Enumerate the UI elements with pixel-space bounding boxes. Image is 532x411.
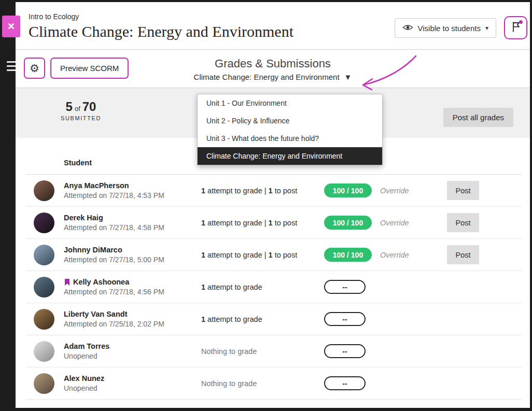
table-row: Adam TorresUnopenedNothing to grade-- <box>26 335 522 367</box>
grade-cell: 100 / 100Override <box>324 183 447 197</box>
status-cell: Nothing to grade <box>201 379 324 388</box>
student-info: Derek HaigAttempted on 7/27/18, 4:58 PM <box>64 214 164 232</box>
student-cell: Kelly AshooneaAttempted on 7/27/18, 4:56… <box>34 277 201 297</box>
grade-pill-empty[interactable]: -- <box>324 344 366 358</box>
grade-pill[interactable]: 100 / 100 <box>324 248 372 262</box>
student-name: Derek Haig <box>64 214 164 222</box>
grade-cell: 100 / 100Override <box>324 216 447 230</box>
grades-rows: Anya MacPhersonAttempted on 7/27/18, 4:5… <box>16 175 530 400</box>
student-name: Liberty Van Sandt <box>64 310 164 318</box>
grade-cell: -- <box>324 280 447 294</box>
column-header-student: Student <box>64 159 201 167</box>
status-cell: Nothing to grade <box>201 347 324 356</box>
student-info: Adam TorresUnopened <box>64 342 109 360</box>
student-info: Liberty Van SandtAttempted on 7/25/18, 2… <box>64 310 164 328</box>
menu-item[interactable]: Climate Change: Energy and Environment <box>198 147 382 165</box>
status-cell: 1 attempt to grade | 1 to post <box>201 187 324 195</box>
grade-cell: -- <box>324 312 447 326</box>
post-button[interactable]: Post <box>447 213 479 232</box>
grades-table: Student Status Grade Anya MacPhersonAtte… <box>16 138 530 408</box>
eye-icon <box>402 24 413 33</box>
override-label: Override <box>380 219 409 227</box>
student-name: Kelly Ashoonea <box>64 278 164 286</box>
avatar <box>34 277 54 297</box>
breadcrumb[interactable]: Intro to Ecology <box>29 12 79 21</box>
grade-cell: -- <box>324 376 447 390</box>
total-count: 70 <box>82 100 96 114</box>
grade-cell: 100 / 100Override <box>324 248 447 262</box>
avatar <box>34 180 54 201</box>
post-button[interactable]: Post <box>447 245 479 264</box>
grade-pill-empty[interactable]: -- <box>324 280 366 294</box>
student-name: Johnny DiMarco <box>64 246 164 254</box>
menu-item[interactable]: Unit 3 - What does the future hold? <box>198 130 382 147</box>
student-info: Anya MacPhersonAttempted on 7/27/18, 4:5… <box>64 181 164 200</box>
student-name: Alex Nunez <box>64 374 104 382</box>
status-cell: 1 attempt to grade <box>201 315 324 323</box>
student-name: Adam Torres <box>64 342 109 350</box>
submitted-label: SUBMITTED <box>45 115 117 121</box>
student-cell: Anya MacPhersonAttempted on 7/27/18, 4:5… <box>34 180 201 201</box>
table-row: Derek HaigAttempted on 7/27/18, 4:58 PM1… <box>26 207 522 239</box>
grade-pill[interactable]: 100 / 100 <box>324 216 372 230</box>
notification-dot <box>519 20 523 24</box>
avatar <box>34 245 54 265</box>
toolbar-center: Grades & Submissions Climate Change: Ene… <box>16 50 530 82</box>
grade-pill-empty[interactable]: -- <box>324 376 366 390</box>
student-detail: Attempted on 7/27/18, 4:58 PM <box>64 223 164 232</box>
student-cell: Adam TorresUnopened <box>34 341 201 362</box>
student-cell: Derek HaigAttempted on 7/27/18, 4:58 PM <box>34 212 201 233</box>
student-cell: Liberty Van SandtAttempted on 7/25/18, 2… <box>34 309 201 330</box>
student-detail: Unopened <box>64 352 109 360</box>
table-row: Kelly AshooneaAttempted on 7/27/18, 4:56… <box>26 271 522 303</box>
student-cell: Alex NunezUnopened <box>34 373 201 394</box>
of-label: of <box>75 105 80 112</box>
student-detail: Attempted on 7/27/18, 4:53 PM <box>64 191 164 200</box>
student-info: Alex NunezUnopened <box>64 374 104 392</box>
chevron-down-icon: ▾ <box>485 24 488 32</box>
section-heading: Grades & Submissions <box>16 57 530 70</box>
table-row: Alex NunezUnopenedNothing to grade-- <box>26 367 522 400</box>
override-label: Override <box>380 187 409 195</box>
toolbar: ⚙ Preview SCORM Grades & Submissions Cli… <box>16 50 530 88</box>
avatar <box>34 309 54 330</box>
student-detail: Attempted on 7/25/18, 2:02 PM <box>64 320 164 328</box>
override-label: Override <box>380 251 409 259</box>
page-header: Intro to Ecology Climate Change: Energy … <box>16 2 530 50</box>
grade-cell: -- <box>324 344 447 358</box>
student-info: Kelly AshooneaAttempted on 7/27/18, 4:56… <box>64 278 164 296</box>
post-button[interactable]: Post <box>447 181 479 200</box>
chevron-down-icon: ▼ <box>344 73 352 81</box>
grade-pill[interactable]: 100 / 100 <box>324 183 372 197</box>
table-row: Liberty Van SandtAttempted on 7/25/18, 2… <box>26 303 522 335</box>
grade-pill-empty[interactable]: -- <box>324 312 366 326</box>
menu-item[interactable]: Unit 1 - Our Environment <box>198 94 382 112</box>
student-detail: Unopened <box>64 384 104 392</box>
content-picker[interactable]: Climate Change: Energy and Environment ▼ <box>191 72 355 82</box>
post-cell: Post <box>447 213 509 232</box>
main-panel: Intro to Ecology Climate Change: Energy … <box>16 2 530 408</box>
flag-icon <box>64 278 71 286</box>
student-name: Anya MacPherson <box>64 181 164 190</box>
visibility-dropdown[interactable]: Visible to students ▾ <box>395 18 497 38</box>
avatar <box>34 341 54 362</box>
avatar <box>34 212 54 233</box>
student-detail: Attempted on 7/27/18, 5:00 PM <box>64 256 164 264</box>
student-progress-button[interactable] <box>504 16 527 39</box>
content-picker-label: Climate Change: Energy and Environment <box>194 73 340 81</box>
avatar <box>34 373 54 394</box>
page-title: Climate Change: Energy and Environment <box>29 23 293 40</box>
status-cell: 1 attempt to grade <box>201 283 324 291</box>
post-all-grades-button[interactable]: Post all grades <box>443 108 513 127</box>
visibility-label: Visible to students <box>418 24 481 33</box>
student-info: Johnny DiMarcoAttempted on 7/27/18, 5:00… <box>64 246 164 264</box>
table-row: Anya MacPhersonAttempted on 7/27/18, 4:5… <box>26 175 522 207</box>
status-cell: 1 attempt to grade | 1 to post <box>201 219 324 227</box>
post-cell: Post <box>447 245 509 264</box>
content-menu: Unit 1 - Our EnvironmentUnit 2 - Policy … <box>197 94 383 165</box>
close-button[interactable]: ✕ <box>2 16 20 37</box>
submitted-count: 5 <box>66 100 73 114</box>
menu-item[interactable]: Unit 2 - Policy & Influence <box>198 112 382 130</box>
status-cell: 1 attempt to grade | 1 to post <box>201 251 324 259</box>
student-detail: Attempted on 7/27/18, 4:56 PM <box>64 288 164 296</box>
